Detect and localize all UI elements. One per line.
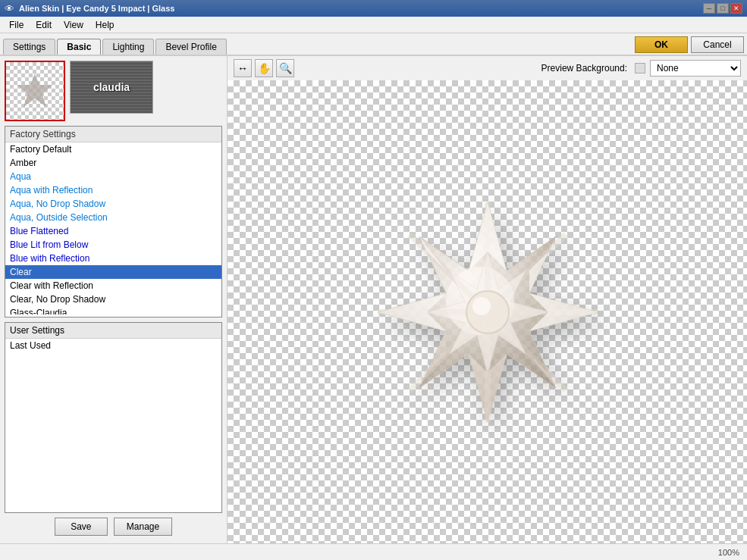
- tab-lighting[interactable]: Lighting: [102, 39, 154, 55]
- list-item-blue-lit[interactable]: Blue Lit from Below: [5, 238, 221, 252]
- zoom-level: 100%: [718, 548, 739, 557]
- minimize-button[interactable]: ─: [703, 3, 715, 14]
- save-button[interactable]: Save: [55, 518, 108, 536]
- move-icon: ↔: [237, 62, 248, 74]
- tab-basic[interactable]: Basic: [57, 39, 101, 55]
- list-item-aqua[interactable]: Aqua: [5, 170, 221, 183]
- menu-view[interactable]: View: [58, 18, 89, 32]
- right-panel: ↔ ✋ 🔍 Preview Background: None White Bla…: [228, 56, 747, 543]
- bottom-buttons: Save Manage: [5, 518, 222, 539]
- left-panel: claudia Factory Settings Factory Default…: [0, 56, 228, 543]
- title-bar: 👁 Alien Skin | Eye Candy 5 Impact | Glas…: [0, 0, 747, 17]
- list-item-clear-reflection[interactable]: Clear with Reflection: [5, 279, 221, 293]
- list-item-clear[interactable]: Clear: [5, 265, 221, 279]
- preview-canvas: [228, 80, 747, 543]
- list-item-amber[interactable]: Amber: [5, 156, 221, 170]
- list-item-blue-flattened[interactable]: Blue Flattened: [5, 224, 221, 238]
- glass-star-preview: [359, 183, 617, 441]
- tab-settings[interactable]: Settings: [3, 39, 55, 55]
- factory-settings-header: Factory Settings: [5, 127, 221, 142]
- status-bar: 100%: [0, 543, 747, 560]
- svg-marker-0: [18, 74, 52, 107]
- hand-tool-button[interactable]: ✋: [255, 59, 273, 77]
- tab-bevel-profile[interactable]: Bevel Profile: [155, 39, 226, 55]
- manage-button[interactable]: Manage: [114, 518, 172, 536]
- claudia-label: claudia: [71, 61, 152, 113]
- maximize-button[interactable]: □: [717, 3, 729, 14]
- list-item-aqua-reflection[interactable]: Aqua with Reflection: [5, 183, 221, 197]
- factory-settings-list[interactable]: Factory Default Amber Aqua Aqua with Ref…: [5, 142, 221, 314]
- preview-area-left: claudia: [5, 61, 222, 121]
- user-settings-header: User Settings: [5, 323, 221, 339]
- list-item-blue-reflection[interactable]: Blue with Reflection: [5, 252, 221, 265]
- claudia-preview: claudia: [70, 61, 153, 114]
- zoom-icon: 🔍: [279, 62, 292, 74]
- hand-icon: ✋: [258, 62, 271, 74]
- cancel-button[interactable]: Cancel: [691, 36, 744, 53]
- menu-file[interactable]: File: [3, 18, 30, 32]
- main-content: claudia Factory Settings Factory Default…: [0, 56, 747, 543]
- list-item-aqua-no-drop-shadow[interactable]: Aqua, No Drop Shadow: [5, 197, 221, 211]
- ok-button[interactable]: OK: [635, 36, 688, 53]
- factory-settings-container: Factory Settings Factory Default Amber A…: [5, 126, 222, 318]
- list-item-clear-no-drop-shadow[interactable]: Clear, No Drop Shadow: [5, 293, 221, 306]
- thumbnail-box: [5, 61, 65, 121]
- preview-background-label: Preview Background:: [541, 63, 627, 74]
- list-item-glass-claudia[interactable]: Glass-Claudia: [5, 306, 221, 314]
- preview-background-select[interactable]: None White Black Custom...: [650, 60, 741, 77]
- menu-bar: File Edit View Help: [0, 17, 747, 33]
- preview-controls-row: ↔ ✋ 🔍 Preview Background: None White Bla…: [228, 56, 747, 80]
- close-button[interactable]: ✕: [730, 3, 742, 14]
- window-title: Alien Skin | Eye Candy 5 Impact | Glass: [19, 4, 174, 13]
- menu-help[interactable]: Help: [89, 18, 121, 32]
- move-tool-button[interactable]: ↔: [234, 59, 252, 77]
- thumbnail-star: [16, 72, 54, 110]
- svg-point-7: [472, 297, 491, 315]
- tabs-row: Settings Basic Lighting Bevel Profile OK…: [0, 33, 747, 56]
- list-item-factory-default[interactable]: Factory Default: [5, 142, 221, 156]
- menu-edit[interactable]: Edit: [30, 18, 58, 32]
- zoom-tool-button[interactable]: 🔍: [276, 59, 294, 77]
- app-icon: 👁: [5, 3, 14, 14]
- list-item-last-used[interactable]: Last Used: [5, 339, 221, 352]
- bg-color-swatch: [635, 63, 645, 74]
- user-settings-container: User Settings Last Used: [5, 322, 222, 514]
- list-item-aqua-outside[interactable]: Aqua, Outside Selection: [5, 211, 221, 224]
